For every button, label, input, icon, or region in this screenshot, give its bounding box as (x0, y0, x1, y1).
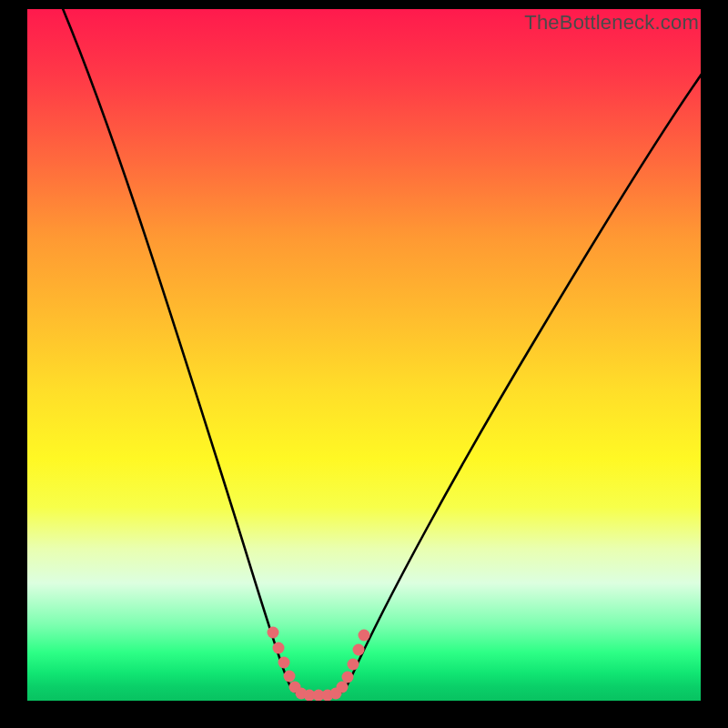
svg-point-1 (273, 642, 285, 654)
curve-layer (27, 9, 701, 701)
valley-marker (268, 627, 370, 702)
svg-point-11 (342, 672, 354, 683)
chart-frame: TheBottleneck.com (0, 0, 728, 728)
svg-point-13 (353, 644, 365, 656)
svg-point-10 (337, 682, 349, 693)
svg-point-12 (348, 659, 359, 671)
svg-point-14 (359, 630, 370, 642)
plot-area (27, 9, 701, 701)
watermark-text: TheBottleneck.com (524, 11, 699, 35)
svg-point-0 (268, 627, 279, 639)
bottleneck-curve (59, 9, 701, 695)
svg-point-2 (278, 657, 290, 669)
svg-point-3 (284, 671, 296, 682)
